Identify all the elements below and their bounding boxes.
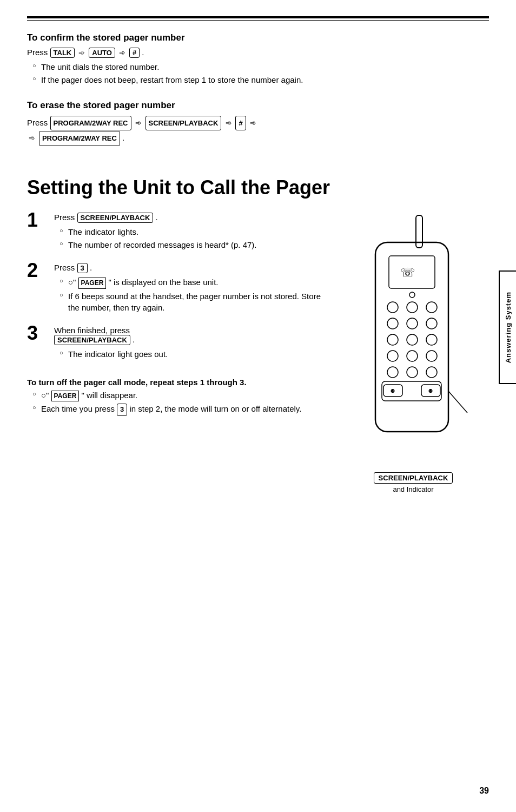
pager-display-1: PAGER [78,278,107,289]
spacer-1 [27,87,489,100]
svg-point-9 [407,318,418,329]
press-label-1: Press [27,48,50,57]
turn-off-bullets: ○" PAGER " will disappear. Each time you… [32,390,327,416]
press-label-2: Press [27,118,50,127]
pager-display-2: PAGER [51,391,80,402]
step-2-number: 2 [27,261,54,280]
step-2-bullet-1: ○" PAGER " is displayed on the base unit… [59,276,327,289]
step-1-bullet-2: The number of recorded messages is heard… [59,239,327,250]
talk-key: TALK [50,48,75,58]
svg-point-10 [426,318,437,329]
sidebar-tab: Answering System [499,270,516,384]
step-3-when: When finished, press [54,326,130,335]
sidebar-tab-text: Answering System [504,292,512,363]
step-1-instruction: Press SCREEN/PLAYBACK . [54,213,327,223]
step-3-bullets: The indicator light goes out. [59,348,327,360]
arrow-6: ➾ [29,134,37,142]
step-1-row: 1 Press SCREEN/PLAYBACK . The indicator … [27,213,327,252]
section-erase: To erase the stored pager number Press P… [27,100,489,146]
top-border-thin [27,20,489,21]
hash-key-2: # [235,116,246,130]
page-number: 39 [479,786,489,796]
screen-key-step3: SCREEN/PLAYBACK [54,335,130,345]
svg-point-16 [426,351,437,361]
step-1-period: . [156,213,158,222]
svg-line-25 [448,391,467,413]
step-3-period: . [133,335,135,344]
step-3-bullet-1: The indicator light goes out. [59,348,327,360]
section-confirm-instruction: Press TALK ➾ AUTO ➾ # . [27,48,489,58]
svg-point-12 [407,334,418,345]
big-title: Setting the Unit to Call the Pager [27,176,489,199]
step-1-bullet-1-text: The indicator lights. [68,227,138,236]
steps-column: 1 Press SCREEN/PLAYBACK . The indicator … [27,213,338,493]
svg-text:☻: ☻ [389,387,396,394]
turn-off-bullet-2-text: Each time you press 3 in step 2, the mod… [41,404,301,413]
step-3-content: When finished, press SCREEN/PLAYBACK . T… [54,326,327,361]
bullet-confirm-1: The unit dials the stored number. [32,61,489,72]
key-3: 3 [77,263,88,273]
screen-key-erase: SCREEN/PLAYBACK [145,116,222,130]
arrow-2: ➾ [119,48,128,57]
svg-point-15 [407,351,418,361]
step-1-number: 1 [27,210,54,230]
bullet-confirm-2-text: If the pager does not beep, restart from… [41,75,303,84]
step-3-number: 3 [27,324,54,343]
screen-label-area: SCREEN/PLAYBACK and Indicator [338,467,489,493]
svg-text:☏: ☏ [400,266,415,279]
step-2-bullet-1-text: ○" PAGER " is displayed on the base unit… [68,278,218,287]
section-confirm-bullets: The unit dials the stored number. If the… [32,61,489,85]
step-1-press: Press [54,213,77,222]
turn-off-bullet-1-text: ○" PAGER " will disappear. [41,391,137,400]
turn-off-title: To turn off the pager call mode, repeat … [27,378,327,387]
program-key-1: PROGRAM/2WAY REC [50,116,131,130]
step-3-row: 3 When finished, press SCREEN/PLAYBACK .… [27,326,327,361]
svg-text:☻: ☻ [427,387,434,394]
top-border-thick [27,16,489,18]
step-1-bullet-1: The indicator lights. [59,226,327,237]
spacer-2 [27,149,489,160]
svg-point-6 [407,302,418,313]
svg-point-11 [387,334,398,345]
key-3-inline: 3 [117,404,127,415]
page-container: To confirm the stored pager number Press… [0,0,516,812]
svg-point-19 [426,367,437,378]
main-content: 1 Press SCREEN/PLAYBACK . The indicator … [27,213,489,493]
step-2-row: 2 Press 3 . ○" PAGER " is displayed on t… [27,263,327,315]
step-2-bullet-2: If 6 beeps sound at the handset, the pag… [59,291,327,313]
turn-off-section: To turn off the pager call mode, repeat … [27,378,327,416]
and-indicator-text: and Indicator [338,485,489,493]
svg-point-13 [426,334,437,345]
turn-off-bullet-2: Each time you press 3 in step 2, the mod… [32,403,327,415]
screen-key-step1: SCREEN/PLAYBACK [77,213,154,223]
svg-point-14 [387,351,398,361]
step-3-bullet-1-text: The indicator light goes out. [68,349,168,359]
turn-off-bullet-1: ○" PAGER " will disappear. [32,390,327,402]
step-1-bullets: The indicator lights. The number of reco… [59,226,327,250]
arrow-4: ➾ [226,118,234,127]
arrow-1: ➾ [78,48,87,57]
step-1-bullet-2-text: The number of recorded messages is heard… [68,240,257,249]
svg-point-17 [387,367,398,378]
right-column: ☏ [338,213,489,493]
step-2-press: Press [54,263,77,272]
step-2-bullets: ○" PAGER " is displayed on the base unit… [59,276,327,313]
arrow-3: ➾ [135,118,144,127]
period-1: . [142,48,144,57]
step-2-content: Press 3 . ○" PAGER " is displayed on the… [54,263,327,315]
bullet-confirm-1-text: The unit dials the stored number. [41,62,159,71]
section-erase-instruction: Press PROGRAM/2WAY REC ➾ SCREEN/PLAYBACK… [27,115,489,146]
program-key-2: PROGRAM/2WAY REC [39,131,120,146]
screen-label-box: SCREEN/PLAYBACK [374,472,453,484]
svg-point-4 [409,292,415,298]
phone-diagram: ☏ [354,213,473,483]
auto-key: AUTO [89,48,115,58]
arrow-5: ➾ [250,118,256,127]
section-confirm: To confirm the stored pager number Press… [27,32,489,85]
bullet-confirm-2: If the pager does not beep, restart from… [32,74,489,85]
period-2: . [122,133,124,142]
step-2-period: . [90,263,92,272]
step-3-instruction: When finished, press SCREEN/PLAYBACK . [54,326,327,345]
svg-point-8 [387,318,398,329]
hash-key-1: # [129,48,140,58]
